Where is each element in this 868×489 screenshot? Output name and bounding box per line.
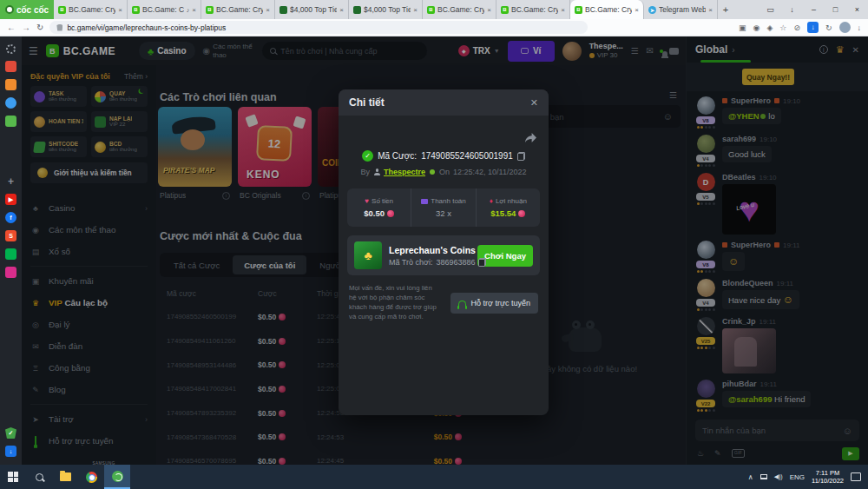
copy-icon[interactable] — [517, 152, 525, 161]
browser-tab[interactable]: ➤Telegram Web× — [644, 0, 718, 19]
minimize-button[interactable]: – — [803, 0, 825, 19]
browser-tab[interactable]: BBC.Game: Crypto× — [54, 0, 128, 19]
start-button[interactable] — [0, 465, 26, 489]
rail-download-icon[interactable]: ↓ — [5, 446, 16, 457]
coccoc-menu-button[interactable]: cốc cốc — [0, 0, 54, 19]
amount-icon: ♥ — [365, 197, 369, 205]
momo-icon[interactable] — [5, 267, 16, 278]
settings-gear-icon[interactable] — [6, 44, 16, 54]
tab-audio-icon[interactable]: ♪ — [187, 7, 190, 13]
promo-favicon — [279, 6, 287, 14]
share-icon[interactable]: ◈ — [766, 23, 773, 32]
address-bar-actions: ▣ ◉ ◈ ☆ ⊘ ↓ ↻ ↓ — [739, 22, 861, 33]
bet-author-row: By Thespectre On 12:25:42, 10/11/2022 — [339, 168, 549, 176]
tab-close-icon[interactable]: × — [192, 6, 196, 14]
screenshot-icon[interactable]: ▣ — [739, 23, 746, 32]
coccoc-brand-label: cốc cốc — [16, 5, 49, 15]
tab-close-icon[interactable]: × — [413, 6, 418, 14]
tray-expand-icon[interactable]: ∧ — [748, 473, 753, 481]
frog-emoji — [430, 169, 435, 175]
coin-icon — [387, 210, 394, 217]
profile-icon[interactable] — [839, 22, 851, 33]
downloads-icon[interactable]: ↓ — [858, 23, 862, 32]
chrome-icon[interactable] — [78, 465, 104, 489]
bet-id-row: ✓ Mã Cược: 1749085524605001991 — [339, 150, 549, 162]
downloads-shelf-icon[interactable]: ↓ — [781, 0, 803, 19]
bet-stats-row: ♥Số tiền $0.50 Thanh toán 32 x ♦Lợi nhuậ… — [347, 188, 540, 227]
site-security-icon[interactable] — [56, 24, 62, 31]
game-id-value: 386963886 — [436, 258, 475, 267]
maximize-button[interactable]: □ — [825, 0, 846, 19]
facebook-icon[interactable]: f — [5, 212, 16, 223]
reload-icon[interactable]: ↻ — [36, 23, 43, 32]
add-shortcut-icon[interactable]: + — [5, 175, 16, 187]
bet-author-link[interactable]: Thespectre — [384, 168, 425, 176]
profit-icon: ♦ — [490, 197, 493, 205]
download-icon[interactable]: ↓ — [807, 22, 819, 33]
coccoc-taskbar-icon[interactable] — [104, 465, 130, 489]
speaker-icon[interactable]: ◀)) — [774, 473, 783, 480]
tab-close-icon[interactable]: × — [266, 6, 270, 14]
share-arrow-icon[interactable] — [524, 131, 536, 147]
address-bar: ← → ↻ bc.game/vi/game/leprechaun-s-coins… — [0, 19, 868, 36]
bookmark-star-icon[interactable]: ☆ — [779, 23, 786, 32]
tab-search-icon[interactable]: ▭ — [760, 0, 781, 19]
tab-close-icon[interactable]: × — [118, 6, 122, 14]
tab-close-icon[interactable]: × — [635, 6, 639, 14]
url-box[interactable]: bc.game/vi/game/leprechaun-s-coins-by-pl… — [49, 21, 588, 34]
taskbar-clock[interactable]: 7:11 PM 11/10/2022 — [812, 469, 844, 486]
grab-icon[interactable] — [5, 248, 16, 260]
close-button[interactable]: × — [846, 0, 868, 19]
browser-tab[interactable]: $4,000 Top Tier F× — [275, 0, 349, 19]
browser-tab[interactable]: BBC.Game: Crypto× — [423, 0, 496, 19]
network-icon[interactable] — [760, 474, 767, 479]
person-icon — [373, 169, 380, 175]
stat-payout: Thanh toán 32 x — [411, 188, 475, 227]
browser-tab[interactable]: $4,000 Top Tier F× — [349, 0, 423, 19]
bcgame-site: ☰ B BC.GAME ♣ Casino ◉ Các môn thể thao … — [22, 36, 868, 465]
messenger-icon[interactable] — [5, 97, 16, 109]
game-thumbnail-leprechaun[interactable]: ♣ — [354, 241, 382, 269]
browser-tab[interactable]: BBC.Game: Crypto× — [496, 0, 570, 19]
tab-close-icon[interactable]: × — [487, 6, 491, 14]
stat-profit: ♦Lợi nhuận $15.54 — [476, 188, 540, 227]
language-indicator[interactable]: ENG — [790, 473, 805, 481]
payout-icon — [421, 199, 428, 204]
new-tab-button[interactable]: + — [718, 0, 733, 19]
tab-close-icon[interactable]: × — [708, 6, 713, 14]
modal-close-icon[interactable]: ✕ — [530, 97, 538, 109]
hot-news-icon[interactable] — [5, 61, 16, 72]
adblock-icon[interactable]: ⊘ — [793, 23, 800, 32]
modal-game-card: ♣ Leprechaun's Coins Mã Trò chơi:3869638… — [347, 235, 540, 275]
bcgame-favicon: B — [427, 6, 435, 14]
sync-icon[interactable]: ↻ — [825, 23, 832, 32]
windows-taskbar: ∧ ◀)) ENG 7:11 PM 11/10/2022 — [0, 465, 868, 489]
shopee-icon[interactable]: S — [5, 230, 16, 241]
youtube-icon[interactable]: ▶ — [5, 194, 16, 205]
antivirus-shield-icon[interactable]: ✓ — [5, 427, 16, 439]
bcgame-favicon: B — [58, 6, 66, 14]
browser-tab-active[interactable]: BBC.Game: Crypto× — [570, 0, 644, 19]
bet-id-label: Mã Cược: — [378, 151, 417, 161]
modal-footer: Mọi vấn đề, xin vui lòng liên hệ với bộ … — [349, 284, 538, 322]
system-tray: ∧ ◀)) ENG 7:11 PM 11/10/2022 — [748, 469, 868, 486]
browser-tab-strip: cốc cốc BBC.Game: Crypto× BBC.Game: Cry♪… — [0, 0, 868, 19]
taskbar-search-icon[interactable] — [26, 465, 52, 489]
coccoc-logo-icon — [5, 5, 14, 14]
tab-close-icon[interactable]: × — [339, 6, 344, 14]
action-center-icon[interactable] — [851, 472, 861, 481]
reader-icon[interactable]: ◉ — [753, 23, 760, 32]
games-icon[interactable] — [5, 116, 16, 127]
browser-tab[interactable]: BBC.Game: Crypto× — [201, 0, 275, 19]
shopping-icon[interactable] — [5, 79, 16, 90]
browser-tab[interactable]: BBC.Game: Cry♪× — [128, 0, 201, 19]
game-name: Leprechaun's Coins — [389, 245, 470, 255]
file-explorer-icon[interactable] — [52, 465, 78, 489]
back-icon[interactable]: ← — [7, 23, 16, 32]
verified-check-icon: ✓ — [362, 150, 373, 162]
tab-close-icon[interactable]: × — [561, 6, 565, 14]
forward-icon[interactable]: → — [22, 23, 30, 32]
copy-icon[interactable] — [478, 258, 486, 267]
live-support-button[interactable]: Hỗ trợ trực tuyến — [450, 293, 538, 314]
telegram-favicon: ➤ — [648, 6, 656, 14]
